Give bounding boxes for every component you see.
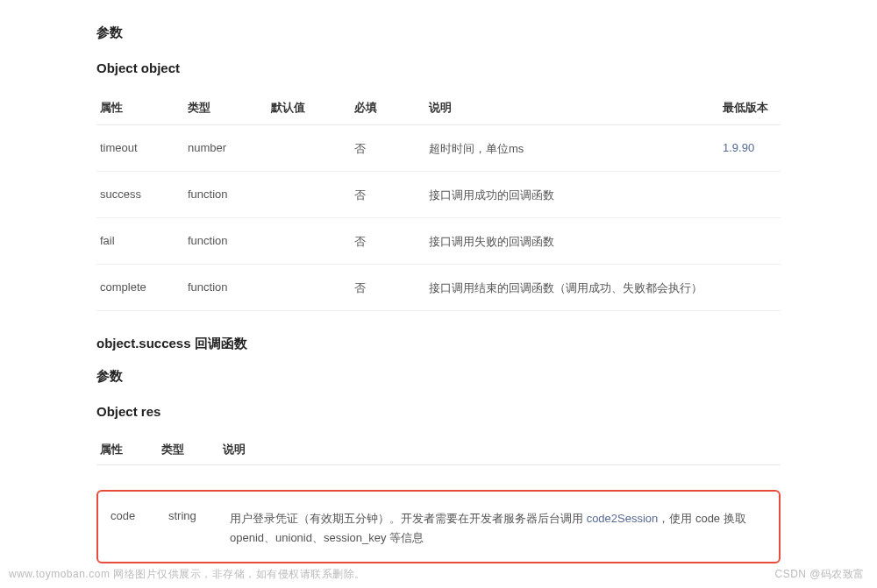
cell-required: 否: [351, 125, 425, 172]
watermark-left: www.toymoban.com 网络图片仅供展示，非存储，如有侵权请联系删除。: [9, 567, 366, 582]
cell-desc: 用户登录凭证（有效期五分钟）。开发者需要在开发者服务器后台调用 code2Ses…: [221, 492, 779, 562]
params-table: 属性 类型 默认值 必填 说明 最低版本 timeout number 否 超时…: [96, 91, 781, 311]
col-desc: 说明: [425, 91, 719, 125]
cell-default: [267, 125, 351, 172]
col-type: 类型: [184, 91, 267, 125]
table-row: fail function 否 接口调用失败的回调函数: [96, 218, 781, 265]
cell-type: function: [184, 265, 267, 311]
col-minver: 最低版本: [719, 91, 781, 125]
callback-heading: object.success 回调函数: [96, 336, 781, 352]
code2session-link[interactable]: code2Session: [587, 512, 659, 525]
object-res-heading: Object res: [96, 404, 781, 419]
desc-prefix: 用户登录凭证（有效期五分钟）。开发者需要在开发者服务器后台调用: [230, 512, 587, 525]
res-col-desc: 说明: [219, 435, 781, 465]
col-attr: 属性: [96, 91, 184, 125]
res-col-attr: 属性: [96, 435, 158, 465]
cell-attr: fail: [96, 218, 184, 265]
res-col-type: 类型: [158, 435, 219, 465]
cell-default: [267, 172, 351, 218]
cell-desc: 接口调用成功的回调函数: [425, 172, 719, 218]
cell-attr: success: [96, 172, 184, 218]
cell-attr: timeout: [96, 125, 184, 172]
cell-required: 否: [351, 218, 425, 265]
cell-required: 否: [351, 172, 425, 218]
cell-type: string: [160, 492, 221, 562]
cell-minver: [719, 265, 781, 311]
object-object-heading: Object object: [96, 60, 781, 75]
cell-type: function: [184, 218, 267, 265]
col-default: 默认值: [267, 91, 351, 125]
params-heading-2: 参数: [96, 368, 781, 385]
cell-type: function: [184, 172, 267, 218]
table-row: timeout number 否 超时时间，单位ms 1.9.90: [96, 125, 781, 172]
table-row: code string 用户登录凭证（有效期五分钟）。开发者需要在开发者服务器后…: [98, 492, 779, 562]
cell-desc: 接口调用结束的回调函数（调用成功、失败都会执行）: [425, 265, 719, 311]
cell-required: 否: [351, 265, 425, 311]
cell-desc: 超时时间，单位ms: [425, 125, 719, 172]
highlighted-row-box: code string 用户登录凭证（有效期五分钟）。开发者需要在开发者服务器后…: [96, 490, 781, 563]
cell-default: [267, 265, 351, 311]
table-row: complete function 否 接口调用结束的回调函数（调用成功、失败都…: [96, 265, 781, 311]
watermark-right: CSDN @码农致富: [774, 567, 865, 582]
cell-default: [267, 218, 351, 265]
cell-attr: code: [98, 492, 160, 562]
table-row: success function 否 接口调用成功的回调函数: [96, 172, 781, 218]
cell-desc: 接口调用失败的回调函数: [425, 218, 719, 265]
res-table-header: 属性 类型 说明: [96, 435, 781, 465]
cell-attr: complete: [96, 265, 184, 311]
cell-minver: [719, 218, 781, 265]
params-heading: 参数: [96, 25, 781, 41]
cell-minver[interactable]: 1.9.90: [719, 125, 781, 172]
cell-minver: [719, 172, 781, 218]
col-required: 必填: [351, 91, 425, 125]
cell-type: number: [184, 125, 267, 172]
